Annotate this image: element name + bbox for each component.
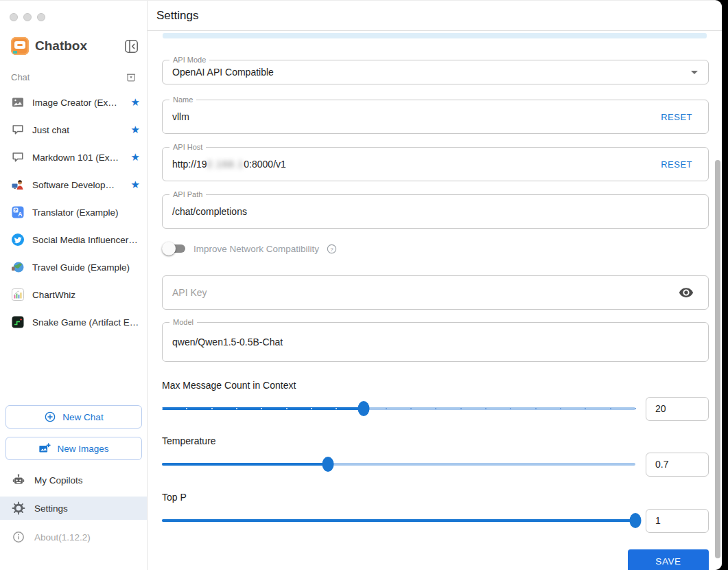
close-window-button[interactable] <box>10 13 18 21</box>
sidebar-item-image-creator[interactable]: Image Creator (Ex… ★ <box>0 89 147 116</box>
page-title: Settings <box>148 9 198 23</box>
sidebar-item-just-chat[interactable]: Just chat ★ <box>0 116 147 144</box>
list-item-label: ChartWhiz <box>32 290 140 300</box>
list-item-label: Translator (Example) <box>32 207 140 218</box>
sidebar-item-snake-game[interactable]: Snake Game (Artifact E… <box>0 308 147 336</box>
sidebar-item-settings[interactable]: Settings <box>0 497 147 520</box>
list-item-label: Software Develop… <box>32 180 128 190</box>
sidebar-item-markdown-101[interactable]: Markdown 101 (Ex… ★ <box>0 144 147 171</box>
main-panel: Settings API Mode OpenAI API Compatible … <box>148 1 722 570</box>
sidebar-item-chartwhiz[interactable]: ChartWhiz <box>0 281 147 308</box>
app-title: Chatbox <box>35 38 124 54</box>
api-host-field[interactable]: API Host http://192.168.10:8000/v1 RESET <box>162 147 709 181</box>
app-window: Chatbox Chat Image Creator (Ex… ★ Just c… <box>0 0 722 570</box>
developer-icon <box>11 178 25 192</box>
chat-section-header: Chat <box>11 70 137 84</box>
slider-thumb[interactable] <box>322 457 333 472</box>
star-icon[interactable]: ★ <box>131 124 140 136</box>
list-item-label: Travel Guide (Example) <box>32 262 140 273</box>
plus-circle-icon <box>44 411 56 423</box>
scrollbar-thumb[interactable] <box>715 160 720 558</box>
temperature-value[interactable] <box>646 453 709 477</box>
chatbox-logo-icon <box>11 37 29 55</box>
translator-icon: A <box>11 205 25 219</box>
chat-bubble-icon <box>11 150 25 164</box>
chat-section-label: Chat <box>11 72 125 82</box>
sidebar-item-translator[interactable]: A Translator (Example) <box>0 198 147 226</box>
sidebar-item-about[interactable]: About(1.12.2) <box>0 527 147 547</box>
new-images-button[interactable]: New Images <box>5 437 142 460</box>
list-item-label: Markdown 101 (Ex… <box>32 152 128 163</box>
api-host-reset-button[interactable]: RESET <box>661 159 692 170</box>
max-message-count-value[interactable] <box>646 397 709 421</box>
slider-thumb[interactable] <box>630 513 642 528</box>
name-reset-button[interactable]: RESET <box>661 112 692 122</box>
model-field[interactable]: Model <box>162 322 709 362</box>
minimize-window-button[interactable] <box>23 13 32 21</box>
name-field[interactable]: Name RESET <box>162 100 709 134</box>
my-copilots-label: My Copilots <box>34 475 83 486</box>
chat-bubble-icon <box>11 123 25 137</box>
max-message-count-slider[interactable] <box>162 407 635 410</box>
api-mode-label: API Mode <box>169 56 209 65</box>
maximize-window-button[interactable] <box>37 13 45 21</box>
new-images-label: New Images <box>57 444 108 454</box>
clear-conversations-icon[interactable] <box>125 71 137 83</box>
settings-form: API Mode OpenAI API Compatible Name RESE… <box>148 60 722 570</box>
star-icon[interactable]: ★ <box>131 96 140 109</box>
sidebar-item-my-copilots[interactable]: My Copilots <box>0 468 147 492</box>
svg-text:A: A <box>18 211 22 218</box>
list-item-label: Snake Game (Artifact E… <box>32 317 140 328</box>
list-item-label: Social Media Influencer … <box>32 235 140 245</box>
api-path-input[interactable] <box>163 195 708 228</box>
max-message-count-label: Max Message Count in Context <box>162 380 709 391</box>
collapse-sidebar-icon[interactable] <box>124 39 139 54</box>
api-mode-select[interactable]: API Mode OpenAI API Compatible <box>162 60 709 84</box>
api-host-value: http://192.168.10:8000/v1 <box>163 148 708 181</box>
star-icon[interactable]: ★ <box>131 151 140 163</box>
list-item-label: Image Creator (Ex… <box>32 98 128 108</box>
slider-thumb[interactable] <box>357 401 369 416</box>
top-p-label: Top P <box>162 492 709 503</box>
temperature-label: Temperature <box>162 435 709 446</box>
slider-fill <box>162 519 635 522</box>
new-chat-label: New Chat <box>62 412 103 422</box>
save-button[interactable]: SAVE <box>628 549 709 570</box>
brand-row: Chatbox <box>11 36 139 56</box>
api-path-field[interactable]: API Path <box>162 194 709 229</box>
twitter-icon <box>11 233 25 247</box>
sidebar: Chatbox Chat Image Creator (Ex… ★ Just c… <box>0 1 148 570</box>
window-controls <box>10 13 45 21</box>
name-input[interactable] <box>163 100 708 133</box>
sidebar-item-software-developer[interactable]: Software Develop… ★ <box>0 171 147 198</box>
api-host-label: API Host <box>169 143 206 152</box>
sidebar-item-travel-guide[interactable]: Travel Guide (Example) <box>0 253 147 281</box>
eye-icon[interactable] <box>679 285 694 300</box>
image-plus-icon <box>38 442 51 455</box>
max-message-count-row <box>162 396 709 421</box>
network-compatibility-row: Improve Network Compatibility ? <box>162 240 709 257</box>
main-header: Settings <box>148 1 722 31</box>
sidebar-item-social-media-influencer[interactable]: Social Media Influencer … <box>0 226 147 253</box>
network-compatibility-toggle[interactable] <box>162 242 187 255</box>
help-icon[interactable]: ? <box>326 243 338 255</box>
api-key-field[interactable] <box>162 275 709 310</box>
top-p-slider[interactable] <box>162 519 635 522</box>
star-icon[interactable]: ★ <box>131 179 140 191</box>
network-compatibility-label: Improve Network Compatibility <box>193 244 319 254</box>
model-input[interactable] <box>163 323 708 361</box>
list-item-label: Just chat <box>32 125 128 135</box>
save-row: SAVE <box>162 549 709 570</box>
gear-icon <box>12 501 25 515</box>
new-chat-button[interactable]: New Chat <box>5 405 142 429</box>
conversation-list: Image Creator (Ex… ★ Just chat ★ Markdow… <box>0 89 147 336</box>
api-key-input[interactable] <box>163 276 708 309</box>
temperature-row <box>162 452 709 477</box>
temperature-slider[interactable] <box>162 463 635 466</box>
slider-fill <box>162 463 328 466</box>
top-p-row <box>162 508 709 533</box>
image-icon <box>11 95 25 109</box>
top-p-value[interactable] <box>646 509 709 533</box>
settings-label: Settings <box>34 503 68 514</box>
chart-icon <box>11 288 25 301</box>
